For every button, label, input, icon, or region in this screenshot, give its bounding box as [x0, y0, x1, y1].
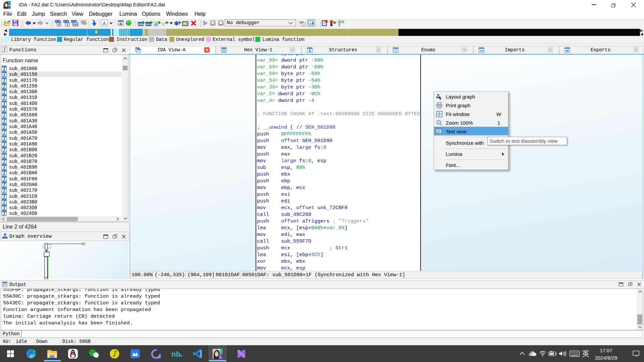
svg-text:✱: ✱	[174, 20, 179, 26]
svg-text:A: A	[309, 49, 311, 53]
svg-text:c: c	[303, 23, 305, 26]
svg-text:nb: nb	[171, 350, 180, 358]
svg-text:c: c	[310, 21, 312, 25]
svg-text:‘s’: ‘s’	[161, 22, 165, 26]
svg-text:1:1: 1:1	[437, 121, 440, 124]
svg-text:A: A	[219, 356, 221, 359]
svg-text:#: #	[58, 22, 60, 26]
svg-text:101: 101	[73, 23, 78, 26]
svg-text:T: T	[66, 22, 69, 26]
svg-text:A: A	[155, 22, 157, 26]
